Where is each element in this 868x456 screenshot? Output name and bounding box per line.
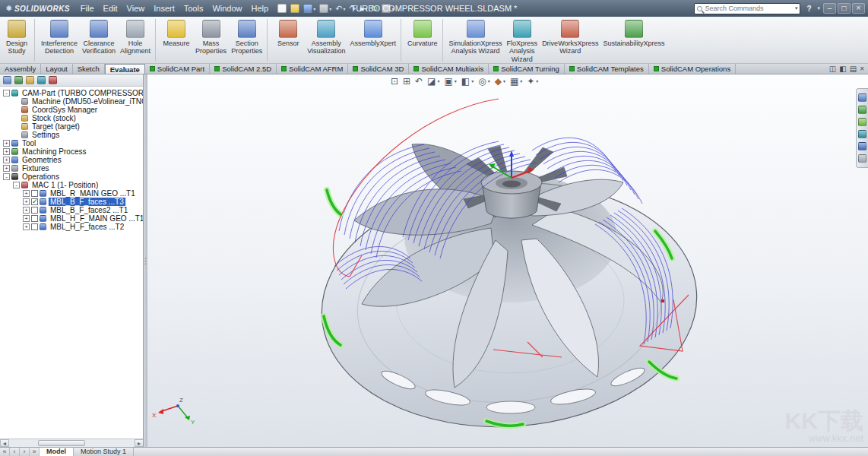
display-pane-split-icon[interactable]: ◫ (829, 65, 836, 73)
measure-button[interactable]: Measure ▾ (160, 19, 193, 62)
tab-solidcam-operations[interactable]: SolidCAM Operations (649, 64, 736, 74)
clearance-verification-button[interactable]: Clearance Verification ▾ (80, 19, 118, 62)
operation-checkbox[interactable] (31, 198, 38, 205)
menu-help[interactable]: Help (247, 0, 274, 17)
tree-expander-icon[interactable]: + (23, 215, 30, 222)
close-button[interactable]: × (852, 3, 865, 14)
curvature-button[interactable]: Curvature ▾ (405, 19, 443, 62)
menu-edit[interactable]: Edit (99, 0, 122, 17)
hide-show-items-icon[interactable]: ◎▾ (478, 77, 490, 86)
sustainabilityxpress-button[interactable]: SustainabilityXpress ▾ (600, 19, 667, 62)
scroll-right-icon[interactable]: ▸ (135, 439, 144, 447)
tab-solidcam-multiaxis[interactable]: SolidCAM Multiaxis (409, 64, 489, 74)
tree-item-op-mbl-h-f-faces[interactable]: + MBL_H_F_faces ...T2 (2, 223, 143, 231)
help-icon[interactable]: ? (803, 5, 814, 13)
print-icon[interactable]: ▾ (318, 2, 333, 14)
zoom-fit-icon[interactable]: ⊡▾ (391, 77, 398, 86)
cam-manager-icon[interactable] (3, 76, 11, 84)
motion-study-tab[interactable]: Motion Study 1 (74, 448, 134, 456)
featuremanager-pane-icon[interactable]: ▤ (850, 65, 857, 73)
simulationxpress-analysis-wizard-button[interactable]: SimulationXpress Analysis Wizard ▾ (447, 19, 505, 62)
section-properties-button[interactable]: Section Properties ▾ (229, 19, 268, 62)
scroll-thumb[interactable] (38, 440, 85, 446)
menu-view[interactable]: View (122, 0, 150, 17)
tab-scroll-last-button[interactable]: » (30, 448, 40, 456)
view-settings-icon[interactable]: ✦▾ (527, 77, 538, 86)
tab-evaluate[interactable]: Evaluate (105, 64, 145, 74)
tree-item-cam-part[interactable]: - CAM-Part (TURBO COMPRESSOR WHEEL) (2, 89, 143, 97)
view-orientation-icon[interactable]: ▣▾ (444, 77, 456, 86)
tab-scroll-next-button[interactable]: › (20, 448, 30, 456)
apply-scene-icon[interactable]: ▦▾ (510, 77, 522, 86)
tool-table-icon[interactable] (14, 76, 23, 84)
graphics-viewport[interactable]: X Y Z ⊡▾⊞▾↶▾◪▾▣▾◧▾◎▾◆▾▦▾✦▾ KK下载 www.kkx.… (147, 74, 868, 447)
operation-checkbox[interactable] (31, 223, 38, 230)
previous-view-icon[interactable]: ↶▾ (415, 77, 423, 86)
model-tab[interactable]: Model (40, 448, 74, 456)
help-dropdown-icon[interactable]: ▾ (817, 5, 820, 11)
tab-scroll-first-button[interactable]: « (0, 448, 10, 456)
custom-properties-icon[interactable] (858, 154, 866, 163)
operation-checkbox[interactable] (31, 215, 38, 222)
search-commands-box[interactable]: ▾ (694, 3, 800, 14)
solidworks-resources-icon[interactable] (858, 93, 866, 102)
menu-window[interactable]: Window (207, 0, 246, 17)
tree-expander-icon[interactable]: + (3, 140, 10, 147)
tree-expander-icon[interactable]: - (3, 173, 10, 180)
restore-button[interactable]: □ (838, 3, 851, 14)
tree-expander-icon[interactable]: + (3, 157, 10, 163)
tree-item-mac1[interactable]: - MAC 1 (1- Position) (2, 181, 143, 189)
sensor-button[interactable]: Sensor ▾ (271, 19, 305, 62)
assembly-visualization-button[interactable]: Assembly Visualization ▾ (305, 19, 347, 62)
tree-item-op-mbl-b-f-faces2[interactable]: + MBL_B_F_faces2 ...T1 (2, 206, 143, 214)
tree-item-op-mbl-r-main-geo[interactable]: + MBL_R_MAIN GEO ...T1 (2, 189, 143, 198)
floxpress-analysis-wizard-button[interactable]: FloXpress Analysis Wizard ▾ (505, 19, 540, 62)
section-view-icon[interactable]: ◪▾ (427, 77, 439, 86)
tree-item-coordsys-manager[interactable]: CoordSys Manager (2, 106, 143, 114)
tree-item-operations[interactable]: - Operations (2, 173, 143, 181)
tree-item-op-mbl-b-f-faces[interactable]: + MBL_B_F_faces ...T3 (2, 198, 143, 206)
tree-item-tool[interactable]: + Tool (2, 139, 143, 147)
menu-tools[interactable]: Tools (179, 0, 208, 17)
assemblyxpert-button[interactable]: AssemblyXpert ▾ (348, 19, 402, 62)
tree-item-fixtures[interactable]: + Fixtures (2, 164, 143, 173)
tab-solidcam-turning[interactable]: SolidCAM Turning (489, 64, 565, 74)
tab-scroll-prev-button[interactable]: ‹ (10, 448, 20, 456)
open-icon[interactable]: ▾ (289, 2, 301, 14)
hole-alignment-button[interactable]: Hole Alignment ▾ (118, 19, 156, 62)
minimize-button[interactable]: – (823, 3, 836, 14)
tab-sketch[interactable]: Sketch (73, 64, 105, 74)
geometry-toolbar-icon[interactable] (37, 76, 46, 84)
tree-item-geometries[interactable]: + Geometries (2, 156, 143, 164)
view-palette-icon[interactable] (858, 130, 866, 138)
close-pane-icon[interactable]: × (860, 65, 864, 73)
design-study-button[interactable]: Design Study ▾ (2, 19, 35, 62)
machining-process-toolbar-icon[interactable] (26, 76, 34, 84)
search-input[interactable] (705, 5, 792, 12)
tree-item-target[interactable]: Target (target) (2, 122, 143, 131)
tree-item-op-mbl-h-f-main-geo[interactable]: + MBL_H_F_MAIN GEO ...T1 (2, 214, 143, 223)
tree-expander-icon[interactable]: + (23, 198, 30, 205)
tab-solidcam-templates[interactable]: SolidCAM Templates (565, 64, 649, 74)
display-style-icon[interactable]: ◧▾ (461, 77, 474, 86)
tab-solidcam-25d[interactable]: SolidCAM 2.5D (210, 64, 277, 74)
tree-expander-icon[interactable]: - (13, 182, 20, 188)
tab-solidcam-part[interactable]: SolidCAM Part (145, 64, 210, 74)
driveworksxpress-wizard-button[interactable]: DriveWorksXpress Wizard ▾ (540, 19, 600, 62)
edit-appearance-icon[interactable]: ◆▾ (495, 77, 505, 86)
zoom-area-icon[interactable]: ⊞▾ (403, 77, 410, 86)
tree-expander-icon[interactable]: + (23, 190, 30, 197)
mass-properties-button[interactable]: Mass Properties ▾ (193, 19, 229, 62)
tree-expander-icon[interactable]: + (23, 223, 30, 230)
operation-checkbox[interactable] (31, 207, 38, 214)
save-icon[interactable]: ▾ (302, 2, 317, 14)
appearances-scenes-icon[interactable] (858, 142, 866, 150)
tree-item-stock[interactable]: Stock (stock) (2, 114, 143, 122)
tree-expander-icon[interactable]: + (23, 207, 30, 214)
file-explorer-icon[interactable] (858, 118, 866, 126)
operation-checkbox[interactable] (31, 190, 38, 197)
tree-item-machine[interactable]: Machine (DMU50-eVolinear_iTNC530_5X-Si (2, 97, 143, 106)
tab-assembly[interactable]: Assembly (0, 64, 41, 74)
tree-item-settings[interactable]: Settings (2, 131, 143, 139)
menu-insert[interactable]: Insert (149, 0, 179, 17)
